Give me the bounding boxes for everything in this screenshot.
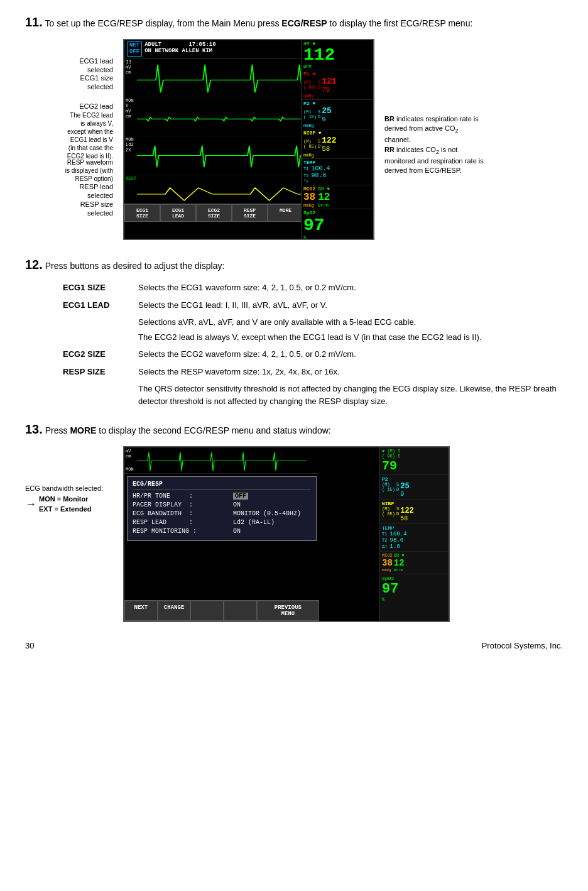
ecgresp-popup: ECG/RESP HR/PR TONE : OFF PACER DISPLAY … bbox=[127, 476, 317, 541]
step13-bold: MORE bbox=[70, 425, 96, 435]
monitor1-screen: NETOFF ADULT 17:05:10 ON NETWORK ALLEN K… bbox=[123, 39, 374, 240]
step12-number: 12. bbox=[25, 258, 43, 271]
ecg2size-val: Selects the ECG2 waveform size: 4, 2, 1,… bbox=[138, 348, 563, 361]
next-button[interactable]: NEXT bbox=[124, 601, 158, 621]
monitor1-vitals-panel: HR ♥ 112 BPM P1 ♥ (M)( 96) SD 121 bbox=[301, 40, 373, 239]
monitor2-vitals-panel: ♥ (M) S ( 96) D 79 P2 (M)( 15) SD 25 9 bbox=[379, 447, 449, 621]
popup-title: ECG/RESP bbox=[133, 481, 311, 490]
step13-text: Press bbox=[45, 425, 70, 435]
monitor1-labels-right: BR indicates respiration rate is derived… bbox=[384, 39, 485, 240]
step11-text2: to display the first ECG/RESP menu: bbox=[327, 18, 473, 28]
step12-row-respsize: RESP SIZE Selects the RESP waveform size… bbox=[63, 366, 563, 378]
step12-intro: Press buttons as desired to adjust the d… bbox=[45, 261, 225, 271]
ecg1lead-note2: The ECG2 lead is always V, except when t… bbox=[138, 331, 563, 344]
monitor2-screen: mVcm MON ECG/RESP HR/PR TONE : OFF PACER… bbox=[123, 446, 450, 622]
step11-bold: ECG/RESP bbox=[281, 18, 327, 28]
label-resp-size: RESP sizeselected bbox=[80, 200, 113, 218]
label-resp-lead: RESP leadselected bbox=[79, 182, 113, 200]
step12-row-ecg2size: ECG2 SIZE Selects the ECG2 waveform size… bbox=[63, 348, 563, 361]
monitor2-left-panel: mVcm MON ECG/RESP HR/PR TONE : OFF PACER… bbox=[124, 447, 319, 621]
step12-section: 12. Press buttons as desired to adjust t… bbox=[25, 255, 563, 407]
step12-table: ECG1 SIZE Selects the ECG1 waveform size… bbox=[63, 282, 563, 407]
label-ecg2-note: The ECG2 leadis always V,except when the… bbox=[25, 111, 113, 160]
popup-row-ecgbw: ECG BANDWIDTH : MONITOR (0.5-40Hz) bbox=[133, 510, 311, 517]
label-ecg1-lead: ECG1 leadselected bbox=[79, 57, 113, 75]
step11-text: To set up the ECG/RESP display, from the… bbox=[45, 18, 281, 28]
ecg1lead-note1: Selections aVR, aVL, aVF, and V are only… bbox=[138, 316, 563, 329]
ecg1size-key: ECG1 SIZE bbox=[63, 282, 138, 294]
page-number: 30 bbox=[25, 641, 34, 650]
page-footer: 30 Protocol Systems, Inc. bbox=[25, 641, 563, 650]
respsize-note: The QRS detector sensitivity threshold i… bbox=[138, 383, 563, 407]
previous-menu-button[interactable]: PREVIOUSMENU bbox=[257, 601, 319, 621]
ecg2size-key: ECG2 SIZE bbox=[63, 348, 138, 361]
step13-section: 13. Press MORE to display the second ECG… bbox=[25, 420, 563, 622]
respsize-key: RESP SIZE bbox=[63, 366, 138, 378]
monitor1-container: ECG1 leadselected ECG1 sizeselected ECG2… bbox=[25, 39, 563, 240]
step12-row-ecg1lead: ECG1 LEAD Selects the ECG1 lead: I, II, … bbox=[63, 299, 563, 312]
ecg1-size-button[interactable]: ECG1SIZE bbox=[124, 204, 160, 222]
popup-row-respmon: RESP MONITORING : ON bbox=[133, 528, 311, 535]
step11-number: 11. bbox=[25, 15, 43, 29]
popup-row-pacer: PACER DISPLAY : ON bbox=[133, 501, 311, 508]
step13-number: 13. bbox=[25, 422, 43, 436]
ecg-bw-label: ECG bandwidth selected: bbox=[25, 484, 113, 493]
respsize-val: Selects the RESP waveform size: 1x, 2x, … bbox=[138, 366, 563, 378]
monitor2-container: ECG bandwidth selected: → MON = Monitor … bbox=[25, 446, 563, 622]
monitor1-labels-left: ECG1 leadselected ECG1 sizeselected ECG2… bbox=[25, 39, 113, 240]
ecg1lead-key: ECG1 LEAD bbox=[63, 299, 138, 312]
monitor1-buttons: ECG1SIZE ECG1LEAD ECG2SIZE RESPSIZE MORE bbox=[124, 204, 303, 222]
popup-row-resplead: RESP LEAD : Ld2 (RA-LL) bbox=[133, 519, 311, 526]
monitor2-label-left: ECG bandwidth selected: → MON = Monitor … bbox=[25, 446, 113, 622]
company-name: Protocol Systems, Inc. bbox=[482, 641, 563, 650]
ecg2-size-button[interactable]: ECG2SIZE bbox=[196, 204, 232, 222]
label-ecg2-lead: ECG2 lead bbox=[79, 102, 113, 111]
monitor2-buttons: NEXT CHANGE PREVIOUSMENU bbox=[124, 600, 319, 621]
step13-text2: to display the second ECG/RESP menu and … bbox=[96, 425, 330, 435]
step12-row-ecg1size: ECG1 SIZE Selects the ECG1 waveform size… bbox=[63, 282, 563, 294]
blank-button-1 bbox=[190, 601, 224, 621]
ecg1size-val: Selects the ECG1 waveform size: 4, 2, 1,… bbox=[138, 282, 563, 294]
resp-size-button[interactable]: RESPSIZE bbox=[232, 204, 268, 222]
ecg1lead-val: Selects the ECG1 lead: I, II, III, aVR, … bbox=[138, 299, 563, 312]
label-ecg1-size: ECG1 sizeselected bbox=[80, 74, 113, 92]
blank-button-2 bbox=[224, 601, 257, 621]
popup-row-hrpr: HR/PR TONE : OFF bbox=[133, 493, 311, 500]
more-button[interactable]: MORE bbox=[268, 204, 303, 222]
step11-section: 11. To set up the ECG/RESP display, from… bbox=[25, 13, 563, 240]
label-resp-waveform: RESP waveformis displayed (withRESP opti… bbox=[65, 158, 113, 183]
net-off-badge: NETOFF bbox=[127, 41, 142, 57]
ecg1-lead-button[interactable]: ECG1LEAD bbox=[160, 204, 196, 222]
change-button[interactable]: CHANGE bbox=[158, 601, 191, 621]
br-rr-note: BR indicates respiration rate is derived… bbox=[384, 114, 485, 176]
